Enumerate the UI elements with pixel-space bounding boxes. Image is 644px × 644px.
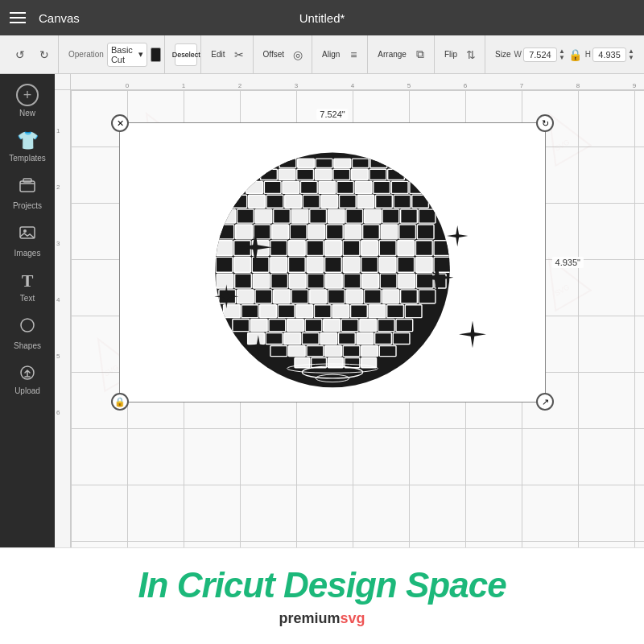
svg-rect-53 <box>255 209 272 223</box>
sidebar-item-upload[interactable]: Upload <box>0 357 55 402</box>
sidebar: + New 👕 Templates Projects <box>0 74 55 547</box>
svg-rect-58 <box>346 209 363 223</box>
svg-rect-118 <box>291 290 308 303</box>
redo-button[interactable]: ↻ <box>34 44 55 65</box>
svg-rect-62 <box>419 209 436 223</box>
svg-rect-159 <box>325 345 342 356</box>
canvas-area[interactable]: 0 1 2 3 4 5 6 7 8 9 1 2 3 4 5 6 SVG <box>55 74 644 547</box>
ruler-h-tick-5: 5 <box>407 82 411 89</box>
svg-rect-26 <box>333 169 350 180</box>
svg-rect-70 <box>345 225 361 239</box>
handle-top-left[interactable]: ✕ <box>111 114 129 132</box>
sidebar-item-projects[interactable]: Projects <box>0 169 55 217</box>
sidebar-item-shapes[interactable]: Shapes <box>0 309 55 357</box>
align-label: Align <box>322 50 340 59</box>
svg-rect-99 <box>415 257 432 272</box>
svg-rect-41 <box>249 195 266 208</box>
operation-value: Basic Cut <box>111 45 137 64</box>
svg-rect-55 <box>291 209 308 223</box>
width-arrows[interactable]: ▲ ▼ <box>559 48 565 61</box>
svg-rect-72 <box>381 225 398 239</box>
svg-rect-57 <box>328 209 345 223</box>
svg-rect-121 <box>346 290 363 303</box>
undo-button[interactable]: ↺ <box>10 44 31 65</box>
svg-rect-81 <box>325 241 342 256</box>
height-arrows[interactable]: ▲ ▼ <box>628 48 634 61</box>
handle-bottom-left[interactable]: 🔒 <box>111 393 129 411</box>
height-down-arrow[interactable]: ▼ <box>628 55 634 61</box>
svg-rect-117 <box>274 290 291 303</box>
svg-rect-143 <box>341 320 358 332</box>
svg-rect-103 <box>253 274 270 288</box>
svg-rect-66 <box>272 225 289 239</box>
ruler-v-tick-2: 2 <box>56 184 60 191</box>
ruler-h-tick-0: 0 <box>126 82 129 89</box>
svg-rect-79 <box>288 241 305 256</box>
svg-rect-119 <box>310 290 327 303</box>
svg-rect-107 <box>326 274 343 288</box>
width-down-arrow[interactable]: ▼ <box>559 55 565 61</box>
svg-rect-68 <box>308 225 325 239</box>
svg-rect-67 <box>290 225 307 239</box>
toolbar-deselect-group: Deselect <box>171 35 201 73</box>
operation-label: Operation <box>68 50 104 59</box>
svg-rect-56 <box>310 209 327 223</box>
ruler-vertical: 1 2 3 4 5 6 <box>55 90 71 547</box>
svg-point-3 <box>23 229 27 233</box>
sidebar-item-images[interactable]: Images <box>0 217 55 264</box>
sidebar-item-new[interactable]: + New <box>0 77 55 124</box>
svg-rect-17 <box>298 159 315 167</box>
flip-button[interactable]: ⇅ <box>460 44 481 65</box>
svg-rect-43 <box>285 195 302 208</box>
edit-button[interactable]: ✂ <box>229 44 250 65</box>
design-object[interactable]: 7.524" 4.935" ✕ ↻ 🔒 ↗ <box>119 122 546 402</box>
svg-rect-75 <box>216 241 233 256</box>
sidebar-shapes-label: Shapes <box>14 341 41 350</box>
ruler-v-tick-1: 1 <box>56 127 60 134</box>
svg-rect-96 <box>361 257 378 272</box>
svg-rect-120 <box>328 290 345 303</box>
brand-prefix: premium <box>279 610 340 626</box>
handle-bottom-right[interactable]: ↗ <box>536 393 554 411</box>
svg-rect-145 <box>378 320 394 332</box>
arrange-button[interactable]: ⧉ <box>410 44 431 65</box>
menu-icon[interactable] <box>10 12 26 23</box>
align-button[interactable]: ≡ <box>343 44 364 65</box>
offset-button[interactable]: ◎ <box>287 44 308 65</box>
svg-rect-140 <box>287 320 304 332</box>
height-value[interactable]: 4.935 <box>592 47 626 62</box>
svg-rect-123 <box>382 290 399 303</box>
text-icon: T <box>22 270 34 291</box>
svg-rect-45 <box>321 195 338 208</box>
svg-rect-0 <box>20 181 35 192</box>
color-swatch[interactable] <box>151 47 162 62</box>
svg-rect-141 <box>305 320 322 332</box>
width-value[interactable]: 7.524 <box>523 47 557 62</box>
ruler-v-tick-3: 3 <box>56 240 60 247</box>
handle-top-right[interactable]: ↻ <box>536 114 554 132</box>
svg-rect-28 <box>369 169 386 180</box>
svg-rect-124 <box>401 290 418 303</box>
dimension-width-label: 7.524" <box>316 109 348 120</box>
sidebar-item-templates[interactable]: 👕 Templates <box>0 124 55 169</box>
sidebar-item-text[interactable]: T Text <box>0 264 55 309</box>
svg-rect-135 <box>387 305 404 318</box>
offset-label: Offset <box>263 50 285 59</box>
width-input-group: W 7.524 ▲ ▼ <box>514 47 564 62</box>
svg-rect-146 <box>396 320 413 332</box>
shapes-icon <box>18 316 37 339</box>
svg-rect-36 <box>355 181 372 193</box>
svg-rect-142 <box>324 320 341 332</box>
deselect-button[interactable]: Deselect <box>175 43 197 66</box>
svg-rect-85 <box>398 241 415 256</box>
chevron-down-icon: ▾ <box>138 49 143 60</box>
edit-label: Edit <box>211 50 225 59</box>
svg-rect-106 <box>308 274 324 288</box>
svg-rect-46 <box>339 195 356 208</box>
ruler-h-tick-8: 8 <box>576 82 580 89</box>
operation-select[interactable]: Basic Cut ▾ <box>107 43 147 67</box>
svg-rect-154 <box>375 332 392 344</box>
toolbar-offset-group: Offset ◎ <box>260 35 313 73</box>
svg-rect-44 <box>303 195 320 208</box>
svg-rect-108 <box>344 274 361 288</box>
